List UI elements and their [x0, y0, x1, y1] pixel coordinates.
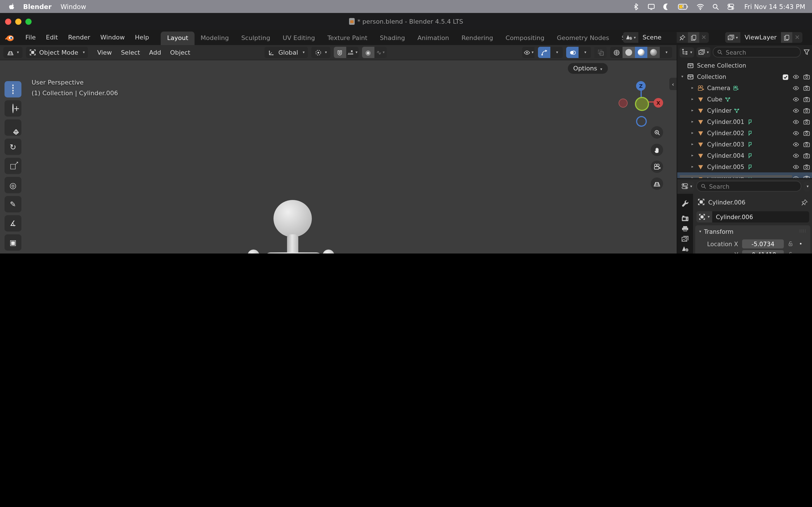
transform-value-field[interactable]: -5.0734▾ [742, 239, 784, 248]
tab-output[interactable] [677, 225, 693, 233]
row-cylinder-002[interactable]: ▸ Cylinder.002 [677, 127, 812, 138]
gizmo-toggle[interactable] [538, 47, 550, 58]
hide-in-viewport-icon[interactable] [792, 84, 800, 92]
workspace-tab[interactable]: Rendering [455, 32, 499, 45]
viewport-menu[interactable]: View [93, 47, 116, 58]
row-camera[interactable]: ▸ Camera [677, 82, 812, 94]
properties-editor-type-button[interactable]: ▾ [679, 181, 694, 191]
lock-icon[interactable] [787, 240, 794, 247]
apple-menu[interactable] [8, 2, 15, 11]
expand-icon[interactable]: ▾ [679, 74, 685, 79]
outliner-filter-icon[interactable] [803, 48, 810, 56]
expand-icon[interactable]: ▸ [690, 131, 695, 135]
orientation-dropdown[interactable]: Global▾ [264, 47, 308, 58]
hide-in-viewport-icon[interactable] [792, 73, 800, 80]
disable-in-render-icon[interactable] [803, 174, 810, 178]
hide-in-viewport-icon[interactable] [792, 129, 800, 136]
overlays-toggle[interactable] [566, 47, 578, 58]
pivot-dropdown[interactable]: ▾ [311, 47, 330, 58]
xray-toggle[interactable] [594, 47, 607, 58]
row-cylinder-005[interactable]: ▸ Cylinder.005 [677, 161, 812, 172]
editor-type-button[interactable]: ▾ [3, 47, 22, 58]
shading-dropdown[interactable]: ▾ [660, 47, 672, 58]
hide-in-viewport-icon[interactable] [792, 107, 800, 114]
menubar-item-window[interactable]: Window [61, 3, 86, 10]
tab-view-layer[interactable] [677, 235, 693, 243]
lock-icon[interactable] [787, 251, 794, 253]
expand-icon[interactable]: ▸ [690, 165, 695, 169]
tool-annotate[interactable] [4, 196, 21, 212]
proportional-edit-toggle[interactable]: ◉ [362, 47, 374, 58]
expand-icon[interactable]: ▸ [690, 97, 695, 101]
hide-in-viewport-icon[interactable] [792, 152, 800, 159]
workspace-tab[interactable]: Compositing [499, 32, 551, 45]
tool-scale[interactable] [4, 158, 21, 174]
workspace-tab[interactable]: Sculpting [235, 32, 276, 45]
figure-neck[interactable] [287, 234, 298, 253]
properties-options-button[interactable]: ▾ [804, 181, 810, 191]
viewport-3d[interactable]: ▾ Object Mode▾ ViewSelectAddObject Globa… [0, 45, 677, 253]
wifi-icon[interactable] [696, 3, 704, 10]
options-button[interactable]: Options ▾ [567, 63, 608, 74]
control-center-icon[interactable] [727, 3, 735, 10]
hide-in-viewport-icon[interactable] [792, 118, 800, 125]
outliner-display-mode-button[interactable]: ▾ [679, 47, 694, 57]
axis-z-neg-ball[interactable] [636, 116, 647, 127]
outliner-filter-mode-button[interactable]: ▾ [696, 47, 711, 57]
axis-x-ball[interactable]: X [654, 98, 663, 108]
delete-viewlayer-icon[interactable]: ✕ [793, 32, 802, 43]
visibility-dropdown[interactable]: ▾ [522, 47, 535, 58]
viewport-menu[interactable]: Add [145, 47, 166, 58]
workspace-tab[interactable]: UV Editing [276, 32, 321, 45]
row-cube[interactable]: ▸ Cube [677, 94, 812, 105]
disable-in-render-icon[interactable] [803, 96, 810, 103]
blender-logo-icon[interactable] [4, 33, 15, 43]
disable-in-render-icon[interactable] [803, 140, 810, 148]
overlays-dropdown[interactable]: ▾ [578, 47, 591, 58]
bluetooth-icon[interactable] [632, 3, 640, 10]
expand-icon[interactable]: ▸ [690, 153, 695, 158]
snap-settings-dropdown[interactable]: ▾ [346, 47, 359, 58]
outliner-search-input[interactable]: Search [713, 47, 801, 57]
disable-in-render-icon[interactable] [803, 163, 810, 170]
disable-in-render-icon[interactable] [803, 152, 810, 159]
animate-dot[interactable]: • [799, 240, 802, 247]
tab-scene[interactable] [677, 245, 693, 253]
menubar-app-name[interactable]: Blender [23, 3, 52, 10]
row-cylinder-001[interactable]: ▸ Cylinder.001 [677, 116, 812, 127]
disable-in-render-icon[interactable] [803, 107, 810, 114]
shading-rendered-button[interactable] [647, 47, 660, 58]
figure-head[interactable] [273, 200, 312, 237]
mode-dropdown[interactable]: Object Mode▾ [26, 47, 88, 58]
figure-left-shoulder[interactable] [248, 249, 259, 253]
workspace-tab[interactable]: Shading [373, 32, 411, 45]
camera-view-icon[interactable] [651, 161, 663, 173]
pin-icon[interactable] [676, 32, 688, 43]
hide-in-viewport-icon[interactable] [792, 140, 800, 148]
expand-icon[interactable]: ▸ [690, 119, 695, 124]
axis-x-neg-ball[interactable] [619, 99, 627, 108]
collection-checkbox[interactable] [782, 73, 789, 80]
animate-dot[interactable]: • [799, 251, 802, 253]
tab-tool[interactable] [677, 200, 693, 207]
transform-value-field[interactable]: -0.41418▾ [742, 250, 784, 253]
snap-toggle[interactable] [334, 47, 346, 58]
perspective-toggle-icon[interactable] [651, 177, 663, 190]
workspace-tab[interactable]: Geometry Nodes [551, 32, 615, 45]
object-name-field[interactable]: ▾ Cylinder.006 [696, 211, 809, 222]
tool-add-cube[interactable] [4, 234, 21, 251]
expand-icon[interactable]: ▸ [690, 108, 695, 113]
zoom-view-icon[interactable] [651, 126, 663, 138]
disable-in-render-icon[interactable] [803, 84, 810, 92]
hide-in-viewport-icon[interactable] [792, 96, 800, 103]
topbar-menu[interactable]: File [20, 32, 41, 43]
menubar-clock[interactable]: Fri Nov 14 5:43 PM [744, 3, 805, 10]
viewport-menu[interactable]: Select [116, 47, 145, 58]
shading-material-button[interactable] [635, 47, 647, 58]
scene-icon[interactable]: ▾ [623, 32, 638, 43]
row-cylinder-004[interactable]: ▸ Cylinder.004 [677, 150, 812, 161]
pan-view-icon[interactable] [651, 144, 663, 156]
pin-id-icon[interactable] [801, 198, 808, 206]
tab-render[interactable] [677, 215, 693, 223]
display-icon[interactable] [647, 3, 655, 10]
